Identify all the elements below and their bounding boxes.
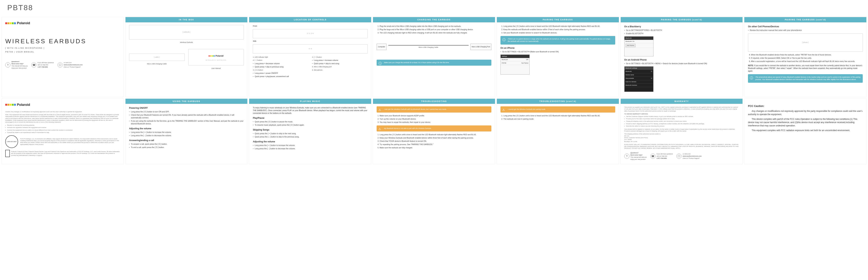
panel-trouble-2: TROUBLESHOOTING (cont'd) I cannot get th…: [497, 99, 619, 165]
panel-charging: CHARGING THE EARBUDS Plug the small end …: [373, 17, 495, 97]
manual-illustration: Polaroid WIRELESS EARBUDS: [188, 49, 244, 65]
warranty-ship: The shipping address of the authorized s…: [624, 133, 739, 135]
t2-s4: Try repeating the pairing process. See "…: [379, 143, 491, 146]
wo-1: Call the Customer Support number located…: [624, 116, 739, 117]
iphone-ui-dev: PBT88: [502, 62, 506, 64]
phone-line1: If you still have questions: [37, 62, 54, 64]
web-url: www.southerntelecom.com: [64, 64, 83, 66]
wo-5: Describe the defect or reason you are re…: [624, 125, 739, 127]
pair-step-2: Keep the earbuds and Bluetooth enabled d…: [503, 28, 615, 31]
header-pairing-2: PAIRING THE EARBUDS (cont'd): [621, 17, 743, 22]
power-i2: Check that your Bluetooth features are t…: [129, 114, 244, 119]
cable-label: Micro USB Charging Cable: [386, 46, 470, 49]
fcc-li-1: Reorient or relocate the receiving anten…: [5, 125, 120, 126]
header-charging: CHARGING THE EARBUDS: [373, 17, 495, 22]
t2-s1: Long press the [ O ] button until a tone…: [379, 133, 491, 136]
phone-line2: call our help line:: [37, 64, 54, 66]
android-r4: Scan for devices: [626, 81, 636, 83]
vol-title: Adjusting the volume: [129, 127, 244, 130]
panel-playing: PLAYING MUSIC To enjoy listening to musi…: [249, 99, 371, 165]
warranty-disclaim: IN NO EVENT WILL AIT, ITS MANUFACTURERS,…: [624, 144, 739, 149]
ctrl-3a: Long press = power ON/OFF: [253, 72, 308, 75]
panel-pairing: PAIRING THE EARBUDS Long press the [ O ]…: [497, 17, 619, 97]
brand-name-2: Polaroid: [17, 102, 30, 107]
iphone-line: Go to SETTINGS > BLUETOOTH (Make sure Bl…: [500, 50, 615, 53]
fcc-note: Note: This equipment has been tested and…: [5, 114, 120, 123]
label-front: Front: [253, 25, 368, 28]
header-trouble-2: TROUBLESHOOTING (cont'd): [497, 99, 619, 104]
bb-l1: Go to SETTINGS/OPTIONS > BLUETOOTH: [624, 29, 739, 32]
fcc-p1: Any changes or modifications not express…: [748, 109, 863, 116]
warranty-p1: This product as supplied and distributed…: [624, 106, 739, 112]
android-screenshot: Bluetooth settings Bluetooth☑ Device nam…: [624, 66, 653, 92]
other-line: Review the instruction manual that came …: [748, 29, 863, 32]
ctrl-3b: Quick press = play/pause; answer/end cal…: [253, 75, 308, 78]
web-block-2: 🖵 or visit us at www.southerntelecom.com…: [676, 153, 702, 160]
skip-i2: Quick press the [ - ] button to skip to …: [253, 135, 368, 138]
t2-s2: Keep your Wireless Earbuds and Bluetooth…: [379, 137, 491, 139]
screenshot-disclaimer: The screenshots above are typical of man…: [748, 74, 863, 83]
caution-text: Caution: Any changes or modifications no…: [5, 111, 120, 113]
panel-controls: LOCATION OF CONTROLS Front ① ② ③ ④ Side …: [249, 17, 371, 97]
pair3-s6: After a successful registration, a tone …: [751, 60, 863, 63]
call-i2: To end a call, quick press the [ O ] but…: [129, 146, 244, 149]
vol-i1: Long press the [ + ] button to increase …: [129, 131, 244, 134]
panel-using: USING THE EARBUDS Powering ON/OFF Long p…: [125, 99, 248, 165]
addr-4: Brooklyn, NY 11232: [624, 141, 739, 143]
skip-title: Skipping Songs: [253, 128, 368, 132]
t2-s5: Make sure the earbuds are fully charged.: [379, 146, 491, 149]
phone-icon: ☎: [31, 62, 36, 67]
wo-2: Provide proof of the date of purchase wi…: [624, 118, 739, 120]
bb-add-btn: Add Device: [626, 44, 636, 47]
polaroid-frame-icon: [5, 150, 10, 157]
brand-logo: Polaroid: [5, 21, 120, 26]
iphone-ui-state: Not Paired: [521, 62, 528, 64]
power-i3: If you are using the earbuds for the fir…: [129, 119, 244, 125]
charging-info: Make sure you charge the earbuds for at …: [377, 60, 491, 66]
header-pairing: PAIRING THE EARBUDS: [497, 17, 619, 22]
fcc-title: FCC Caution:: [748, 104, 863, 108]
trouble-w2: My Bluetooth device is not able to pair …: [377, 126, 491, 132]
item-cable: Micro USB Charging Cable: [129, 63, 185, 65]
generic-phone-illustration: [ phone ]: [748, 33, 863, 51]
addr-1: AIT, Inc.: [624, 135, 739, 137]
t3-s1: Long press the [ O ] button until a tone…: [503, 114, 615, 117]
bb-l2: Enable BLUETOOTH: [624, 32, 739, 35]
earbuds-illustration: [ earbuds ]: [129, 25, 244, 39]
t1-s1: Make sure your Bluetooth device supports…: [379, 114, 491, 117]
item-manual: User Manual: [188, 67, 244, 70]
brand-name: Polaroid: [17, 21, 30, 26]
wo-4: Include a return shipping address (no P.…: [624, 123, 739, 125]
panel-pairing-2: PAIRING THE EARBUDS (cont'd) On a Blackb…: [620, 17, 743, 97]
label-side: Side: [253, 40, 368, 42]
call-title: Answering/ending a call: [129, 139, 244, 142]
bb-ui-on: Bluetooth: On: [626, 40, 634, 42]
fcc-li-4: Consult the dealer or an experienced rad…: [5, 132, 120, 134]
phone-number: 1-877-768-8481: [37, 66, 54, 68]
charge-step-3: The LED charging indicator light is RED …: [379, 31, 491, 34]
header-in-box: IN THE BOX: [125, 17, 248, 22]
pvol-i1: Long press the [ + ] button to increase …: [253, 144, 368, 147]
charge-step-2: Plug the large end of the Micro USB char…: [379, 28, 491, 31]
ctrl-2a: Long press = decrease volume: [253, 62, 308, 65]
header-controls: LOCATION OF CONTROLS: [249, 17, 371, 22]
port-box: Micro USB Charging Port: [470, 44, 491, 50]
android-r5: Bluetooth devices: [626, 84, 637, 86]
ctrl-4a: Long press = increase volume: [312, 59, 368, 62]
ctrl-4: 4. [ + ] button:: [312, 56, 368, 59]
phone-block: ☎ If you still have questions call our h…: [31, 62, 54, 68]
android-r3: Discoverable: [626, 77, 634, 79]
phone-block-2: ☎ If you still have questions call our h…: [650, 153, 673, 160]
header-playing: PLAYING MUSIC: [249, 99, 371, 104]
trouble2-w1: I cannot get the Wireless Earbuds into p…: [500, 106, 615, 112]
header-warranty: WARRANTY: [621, 99, 743, 104]
plrip-text: PLR IP Holdings, LLC, its licensees and …: [20, 138, 120, 146]
pair3-s5: If required, enter the password 0000. Se…: [751, 57, 863, 60]
iphone-title: On an iPhone: [500, 46, 615, 49]
bb-ui-title: Bluetooth: [624, 37, 653, 40]
t2-s3: Check that YOUR device's Bluetooth featu…: [379, 140, 491, 143]
iphone-screenshot: Settings BluetoothON PBT88Not Paired: [500, 55, 530, 75]
ctrl-4b: Quick press = skip to next song: [312, 62, 368, 65]
ctrl-2b: Quick press = skip to previous song: [253, 65, 308, 68]
computer-box: Computer: [377, 44, 386, 50]
